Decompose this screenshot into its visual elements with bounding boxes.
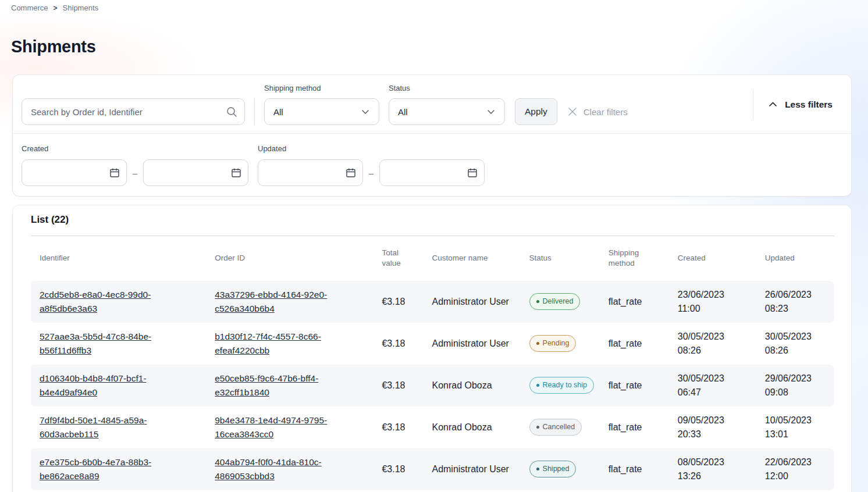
- created-cell: 30/05/202308:26: [669, 323, 756, 365]
- shipping-method-value: All: [273, 107, 283, 117]
- status-badge: Delivered: [529, 293, 581, 310]
- created-label: Created: [22, 144, 248, 153]
- column-status: Status: [521, 236, 600, 281]
- order-id-link[interactable]: e50ceb85-f9c6-47b6-bff4-e32cff1b1840: [215, 373, 318, 397]
- status-badge: Shipped: [529, 461, 577, 477]
- range-separator: –: [127, 168, 143, 178]
- breadcrumb-separator: >: [54, 4, 58, 12]
- customer-name-cell: Konrad Oboza: [423, 365, 520, 407]
- created-cell: 30/05/202306:47: [669, 365, 756, 407]
- identifier-link[interactable]: 527aae3a-5b5d-47c8-84be-b56f11d6ffb3: [40, 331, 151, 355]
- status-badge-label: Cancelled: [543, 422, 575, 433]
- status-badge-label: Pending: [543, 338, 570, 349]
- updated-date-filter: Updated –: [258, 144, 485, 197]
- total-value-cell: €3.18: [373, 407, 423, 448]
- column-customer-name: Customer name: [423, 236, 520, 281]
- status-badge: Pending: [529, 335, 577, 352]
- status-badge: Cancelled: [529, 419, 582, 436]
- order-id-link[interactable]: 404ab794-f0f0-41da-810c-4869053cbbd3: [215, 457, 322, 481]
- order-id-link[interactable]: 43a37296-ebbd-4164-92e0-c526a340b6b4: [215, 290, 327, 313]
- status-dot-icon: [536, 468, 539, 470]
- status-label: Status: [389, 84, 505, 92]
- identifier-link[interactable]: d106340b-b4b8-4f07-bcf1-b4e4d9af94e0: [40, 373, 147, 397]
- status-filter: Status All: [389, 84, 505, 125]
- shipping-method-cell: flat_rate: [600, 281, 669, 323]
- calendar-icon[interactable]: [467, 167, 478, 179]
- identifier-link[interactable]: 2cdd5eb8-e8a0-4ec8-99d0-a8f5db6e3a63: [40, 290, 151, 313]
- status-dot-icon: [536, 426, 539, 429]
- search-input[interactable]: [22, 98, 245, 125]
- status-dot-icon: [536, 384, 539, 387]
- shipping-method-cell: flat_rate: [600, 365, 669, 407]
- order-id-link[interactable]: 9b4e3478-1e4d-4974-9795-16cea3843cc0: [215, 415, 327, 439]
- status-badge-label: Delivered: [543, 296, 574, 307]
- created-cell: 09/05/202320:33: [669, 407, 756, 448]
- column-identifier: Identifier: [31, 236, 206, 281]
- updated-cell: 29/06/202309:08: [756, 365, 834, 407]
- calendar-icon[interactable]: [345, 167, 357, 179]
- shipping-method-filter: Shipping method All: [264, 84, 379, 125]
- chevron-down-icon: [361, 107, 370, 116]
- shipping-method-select[interactable]: All: [264, 98, 379, 125]
- customer-name-cell: Konrad Oboza: [423, 407, 520, 448]
- apply-button[interactable]: Apply: [515, 98, 557, 125]
- identifier-link[interactable]: e7e375cb-6b0b-4e7a-88b3-be862ace8a89: [40, 457, 151, 481]
- chevron-down-icon: [486, 107, 496, 116]
- status-value: All: [398, 107, 408, 117]
- breadcrumb: Commerce > Shipments: [11, 3, 98, 12]
- updated-cell: 26/06/202308:23: [756, 281, 834, 323]
- less-filters-toggle[interactable]: Less filters: [767, 99, 833, 110]
- customer-name-cell: Administrator User: [423, 448, 520, 490]
- column-created: Created: [669, 236, 756, 281]
- status-badge: Ready to ship: [529, 377, 594, 394]
- updated-cell: 30/05/202308:26: [756, 323, 834, 365]
- page-title: Shipments: [11, 37, 96, 56]
- calendar-icon[interactable]: [109, 167, 120, 179]
- table-row: 2cdd5eb8-e8a0-4ec8-99d0-a8f5db6e3a63 43a…: [31, 281, 834, 323]
- table-row: 7df9f4bd-50e1-4845-a59a-60d3acbeb115 9b4…: [31, 407, 834, 448]
- clear-filters-button[interactable]: Clear filters: [567, 98, 628, 125]
- less-filters-label: Less filters: [785, 99, 833, 110]
- created-cell: 08/05/202313:26: [669, 448, 756, 490]
- shipping-method-cell: flat_rate: [600, 448, 669, 490]
- table-row: e7e375cb-6b0b-4e7a-88b3-be862ace8a89 404…: [31, 448, 834, 490]
- identifier-link[interactable]: 7df9f4bd-50e1-4845-a59a-60d3acbeb115: [40, 415, 147, 439]
- order-id-link[interactable]: b1d30f12-7f4c-4557-8c66-efeaf4220cbb: [215, 331, 321, 355]
- breadcrumb-shipments[interactable]: Shipments: [63, 3, 98, 12]
- calendar-icon[interactable]: [230, 167, 242, 179]
- breadcrumb-commerce[interactable]: Commerce: [11, 3, 48, 12]
- shipping-method-label: Shipping method: [264, 84, 379, 92]
- updated-cell: 10/05/202313:01: [756, 407, 834, 448]
- filters-panel: Shipping method All Status All: [12, 74, 852, 197]
- search-icon[interactable]: [226, 106, 237, 117]
- updated-cell: 22/06/202312:00: [756, 448, 834, 490]
- table-header-row: Identifier Order ID Total value Customer…: [31, 236, 834, 281]
- customer-name-cell: Administrator User: [423, 323, 520, 365]
- total-value-cell: €3.18: [373, 323, 423, 365]
- shipments-list-panel: List (22) Identifier Order ID Total valu…: [12, 205, 852, 492]
- created-date-filter: Created –: [22, 144, 248, 197]
- total-value-cell: €3.18: [373, 365, 423, 407]
- clear-filters-label: Clear filters: [584, 107, 628, 117]
- column-updated: Updated: [756, 236, 834, 281]
- status-dot-icon: [536, 342, 539, 345]
- status-badge-label: Ready to ship: [543, 380, 587, 391]
- customer-name-cell: Administrator User: [423, 281, 520, 323]
- table-row: d106340b-b4b8-4f07-bcf1-b4e4d9af94e0 e50…: [31, 365, 834, 407]
- shipments-page: Commerce > Shipments Shipments Shipping …: [0, 0, 868, 492]
- shipping-method-cell: flat_rate: [600, 407, 669, 448]
- column-total-value: Total value: [373, 236, 423, 281]
- chevron-up-icon: [767, 99, 778, 110]
- filter-divider: [254, 98, 255, 125]
- table-row: 527aae3a-5b5d-47c8-84be-b56f11d6ffb3 b1d…: [31, 323, 834, 365]
- search-group: [22, 98, 245, 125]
- status-select[interactable]: All: [389, 98, 505, 125]
- shipments-table: Identifier Order ID Total value Customer…: [31, 236, 834, 490]
- total-value-cell: €3.18: [373, 281, 423, 323]
- updated-label: Updated: [258, 144, 485, 153]
- range-separator: –: [363, 168, 379, 178]
- filter-divider: [753, 90, 753, 119]
- total-value-cell: €3.18: [373, 448, 423, 490]
- created-cell: 23/06/202311:00: [669, 281, 756, 323]
- column-shipping-method: Shipping method: [600, 236, 669, 281]
